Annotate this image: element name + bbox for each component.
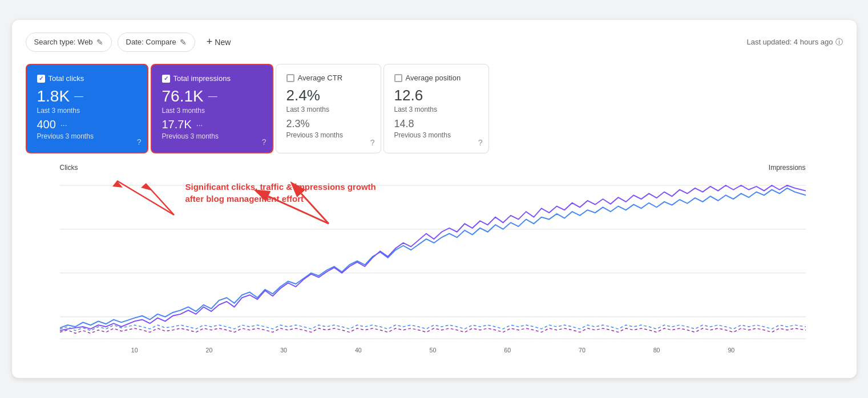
- svg-text:80: 80: [653, 347, 660, 354]
- position-secondary-period: Previous 3 months: [394, 131, 478, 139]
- metric-avg-ctr[interactable]: Average CTR 2.4% Last 3 months 2.3% Prev…: [276, 64, 381, 153]
- new-button[interactable]: + New: [201, 31, 237, 52]
- ctr-checkbox[interactable]: [286, 74, 294, 82]
- impressions-primary-period: Last 3 months: [162, 107, 262, 115]
- y-axis-right-title: Impressions: [769, 164, 806, 172]
- position-checkbox[interactable]: [394, 74, 402, 82]
- svg-text:10: 10: [131, 347, 138, 354]
- annotation-line2: after blog management effort: [185, 193, 376, 205]
- clicks-help-icon[interactable]: ?: [137, 137, 142, 147]
- position-help-icon[interactable]: ?: [478, 138, 483, 147]
- impressions-secondary-period: Previous 3 months: [162, 132, 262, 140]
- plus-icon: +: [207, 36, 213, 48]
- main-container: Search type: Web ✎ Date: Compare ✎ + New…: [12, 20, 857, 378]
- impressions-label: Total impressions: [173, 74, 231, 83]
- header: Search type: Web ✎ Date: Compare ✎ + New…: [26, 31, 843, 52]
- svg-text:30: 30: [280, 347, 287, 354]
- metric-total-clicks[interactable]: Total clicks 1.8K — Last 3 months 400 ··…: [26, 64, 148, 153]
- clicks-primary-value: 1.8K: [37, 87, 70, 105]
- date-label: Date: Compare: [126, 38, 176, 46]
- y-axis-left-title: Clicks: [60, 164, 78, 172]
- clicks-label: Total clicks: [49, 74, 84, 83]
- impressions-checkbox[interactable]: [162, 75, 170, 83]
- new-label: New: [215, 38, 231, 47]
- last-updated: Last updated: 4 hours ago ⓘ: [746, 37, 842, 47]
- clicks-checkbox[interactable]: [37, 75, 45, 83]
- svg-text:40: 40: [354, 347, 361, 354]
- svg-text:20: 20: [205, 347, 212, 354]
- position-secondary-value: 14.8: [394, 118, 478, 130]
- position-label: Average position: [406, 74, 461, 82]
- clicks-secondary-value: 400: [37, 118, 56, 131]
- ctr-primary-value: 2.4%: [286, 87, 370, 104]
- annotation: Significant clicks, traffic & impression…: [185, 181, 376, 205]
- ctr-help-icon[interactable]: ?: [370, 138, 375, 147]
- svg-line-2: [146, 184, 174, 215]
- position-primary-period: Last 3 months: [394, 105, 478, 113]
- chart-wrapper: Clicks Impressions Significant clicks, t…: [60, 164, 806, 364]
- metric-total-impressions[interactable]: Total impressions 76.1K — Last 3 months …: [151, 64, 273, 153]
- annotation-arrows: [71, 175, 185, 221]
- ctr-primary-period: Last 3 months: [286, 105, 370, 113]
- chart-area: Clicks Impressions Significant clicks, t…: [26, 164, 843, 364]
- impressions-primary-value: 76.1K: [162, 87, 204, 105]
- date-filter[interactable]: Date: Compare ✎: [118, 33, 195, 52]
- svg-text:70: 70: [579, 347, 586, 354]
- impressions-help-icon[interactable]: ?: [262, 137, 267, 147]
- svg-text:50: 50: [429, 347, 436, 354]
- ctr-label: Average CTR: [298, 74, 343, 82]
- ctr-secondary-period: Previous 3 months: [286, 131, 370, 139]
- svg-text:60: 60: [504, 347, 511, 354]
- clicks-primary-period: Last 3 months: [37, 107, 137, 115]
- clicks-secondary-period: Previous 3 months: [37, 132, 137, 140]
- metrics-row: Total clicks 1.8K — Last 3 months 400 ··…: [26, 64, 843, 153]
- search-type-label: Search type: Web: [34, 38, 93, 46]
- svg-text:90: 90: [728, 347, 734, 354]
- annotation-line1: Significant clicks, traffic & impression…: [185, 181, 376, 193]
- metric-avg-position[interactable]: Average position 12.6 Last 3 months 14.8…: [383, 64, 489, 153]
- help-icon: ⓘ: [835, 37, 843, 47]
- position-primary-value: 12.6: [394, 87, 478, 104]
- header-left: Search type: Web ✎ Date: Compare ✎ + New: [26, 31, 237, 52]
- svg-marker-3: [141, 184, 151, 190]
- ctr-secondary-value: 2.3%: [286, 118, 370, 130]
- edit-icon: ✎: [96, 38, 103, 47]
- edit-icon-date: ✎: [180, 38, 187, 47]
- impressions-secondary-value: 17.7K: [162, 118, 192, 131]
- svg-marker-1: [112, 181, 123, 188]
- search-type-filter[interactable]: Search type: Web ✎: [26, 33, 112, 52]
